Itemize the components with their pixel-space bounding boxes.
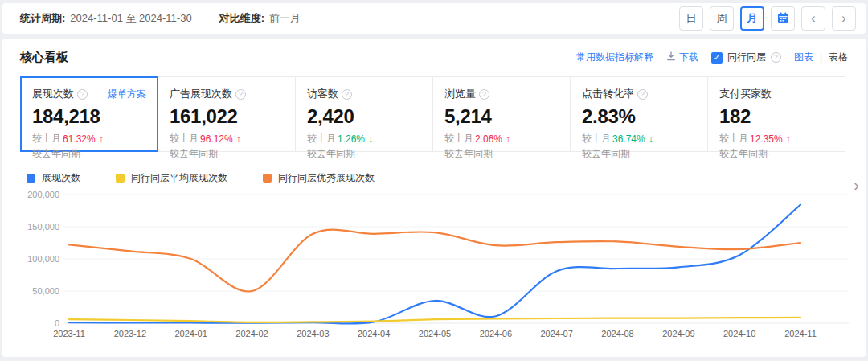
metric-card-paying-buyers[interactable]: 支付买家数 ? 182 较上月12.35%↑ 较去年同期- bbox=[707, 76, 845, 152]
chevron-right-icon: › bbox=[841, 12, 845, 25]
metric-value: 184,218 bbox=[32, 105, 146, 128]
metric-value: 5,214 bbox=[444, 105, 559, 128]
mom-value: 2.06% bbox=[475, 133, 502, 145]
mom-label: 较上月 bbox=[307, 132, 336, 146]
metric-card-click-conversion[interactable]: 点击转化率 ? 2.83% 较上月36.74%↓ 较去年同期- bbox=[570, 76, 708, 152]
metric-title: 支付买家数 bbox=[719, 87, 772, 101]
peer-layer-info-icon[interactable]: ? bbox=[771, 52, 781, 63]
yoy-text: 较去年同期- bbox=[444, 147, 559, 161]
svg-text:2024-10: 2024-10 bbox=[723, 329, 755, 338]
metric-card-impressions[interactable]: 展现次数 ? 爆单方案 184,218 较上月61.32%↑ 较去年同期- bbox=[20, 76, 158, 152]
metric-info-icon[interactable]: ? bbox=[479, 89, 489, 100]
metric-info-icon[interactable]: ? bbox=[342, 89, 352, 100]
compare-dimension-value: 前一月 bbox=[269, 11, 301, 26]
svg-text:2024-05: 2024-05 bbox=[419, 329, 451, 338]
mom-label: 较上月 bbox=[170, 132, 199, 146]
metric-cards-row: 展现次数 ? 爆单方案 184,218 较上月61.32%↑ 较去年同期- 广告… bbox=[20, 76, 848, 152]
mom-label: 较上月 bbox=[444, 132, 473, 146]
legend-label: 展现次数 bbox=[42, 171, 80, 185]
yoy-text: 较去年同期- bbox=[307, 147, 421, 161]
metric-info-icon[interactable]: ? bbox=[77, 89, 88, 100]
trend-arrow-icon: ↓ bbox=[368, 133, 373, 145]
prev-period-button[interactable]: ‹ bbox=[801, 6, 825, 31]
trend-arrow-icon: ↑ bbox=[506, 133, 510, 145]
date-picker-button[interactable] bbox=[771, 6, 795, 31]
mom-label: 较上月 bbox=[582, 132, 611, 146]
calendar-icon bbox=[777, 12, 789, 26]
yoy-text: 较去年同期- bbox=[582, 147, 696, 161]
trend-chart: 050,000100,000150,000200,0002023-112023-… bbox=[23, 187, 854, 341]
mom-value: 36.74% bbox=[612, 133, 645, 145]
svg-text:2024-04: 2024-04 bbox=[358, 329, 390, 338]
cards-next-arrow[interactable]: › bbox=[854, 177, 859, 193]
chevron-left-icon: ‹ bbox=[811, 12, 815, 25]
mom-value: 61.32% bbox=[63, 133, 96, 145]
stat-period-label: 统计周期: bbox=[20, 11, 65, 26]
yoy-text: 较去年同期- bbox=[719, 147, 833, 161]
svg-text:50,000: 50,000 bbox=[32, 286, 59, 296]
trend-arrow-icon: ↑ bbox=[786, 133, 791, 145]
svg-text:2024-07: 2024-07 bbox=[540, 329, 572, 338]
metric-explain-link[interactable]: 常用数据指标解释 bbox=[576, 51, 653, 64]
metric-info-icon[interactable]: ? bbox=[235, 89, 246, 100]
yoy-text: 较去年同期- bbox=[170, 147, 284, 161]
legend-label: 同行同层优秀展现次数 bbox=[278, 171, 375, 185]
panel-tools: 常用数据指标解释 下载 ✓ 同行同层 ? 图表 | 表格 bbox=[576, 51, 848, 64]
legend-item-peer-excellent[interactable]: 同行同层优秀展现次数 bbox=[263, 171, 375, 185]
granularity-controls: 日 周 月 ‹ › bbox=[679, 6, 856, 31]
metric-card-visitors[interactable]: 访客数 ? 2,420 较上月1.26%↓ 较去年同期- bbox=[295, 76, 433, 152]
legend-swatch-blue bbox=[27, 174, 35, 183]
legend-item-peer-average[interactable]: 同行同层平均展现次数 bbox=[116, 171, 227, 185]
mom-value: 12.35% bbox=[750, 133, 783, 145]
checkbox-checked-icon: ✓ bbox=[711, 52, 723, 64]
trend-arrow-icon: ↓ bbox=[649, 133, 653, 145]
metric-value: 182 bbox=[719, 105, 833, 128]
compare-dimension-label: 对比维度: bbox=[219, 11, 264, 26]
svg-text:2024-08: 2024-08 bbox=[601, 329, 633, 338]
svg-text:2024-09: 2024-09 bbox=[662, 329, 694, 338]
download-icon bbox=[666, 51, 676, 64]
compare-dimension: 对比维度: 前一月 bbox=[219, 11, 301, 26]
granularity-day-button[interactable]: 日 bbox=[679, 6, 703, 31]
metric-title: 点击转化率 bbox=[582, 87, 634, 101]
trend-arrow-icon: ↑ bbox=[236, 133, 241, 145]
metric-title: 展现次数 bbox=[32, 87, 74, 101]
download-label: 下载 bbox=[679, 51, 698, 64]
mom-label: 较上月 bbox=[32, 132, 61, 146]
legend-swatch-yellow bbox=[116, 174, 125, 183]
metric-title: 访客数 bbox=[307, 87, 338, 101]
svg-text:2024-06: 2024-06 bbox=[480, 329, 512, 338]
download-button[interactable]: 下载 bbox=[666, 51, 698, 64]
svg-text:0: 0 bbox=[55, 318, 59, 328]
page-title: 核心看板 bbox=[20, 50, 68, 65]
mom-value: 1.26% bbox=[338, 133, 365, 145]
metric-value: 2.83% bbox=[582, 105, 696, 128]
next-period-button[interactable]: › bbox=[832, 6, 856, 31]
trend-arrow-icon: ↑ bbox=[99, 133, 104, 145]
metric-title: 浏览量 bbox=[444, 87, 476, 101]
peer-layer-checkbox[interactable]: ✓ 同行同层 ? bbox=[711, 51, 781, 64]
stat-period: 统计周期: 2024-11-01 至 2024-11-30 bbox=[20, 11, 192, 26]
table-view-tab[interactable]: 表格 bbox=[829, 51, 848, 64]
svg-text:2024-11: 2024-11 bbox=[784, 329, 817, 338]
chart-legend: 展现次数 同行同层平均展现次数 同行同层优秀展现次数 bbox=[27, 171, 848, 185]
mom-value: 96.12% bbox=[200, 133, 233, 145]
chart-view-tab[interactable]: 图表 bbox=[794, 51, 813, 64]
svg-text:2024-03: 2024-03 bbox=[297, 329, 329, 338]
hot-sale-plan-link[interactable]: 爆单方案 bbox=[108, 88, 146, 101]
view-divider: | bbox=[820, 52, 822, 64]
core-dashboard-panel: 核心看板 常用数据指标解释 下载 ✓ 同行同层 ? 图表 | 表格 bbox=[2, 39, 866, 357]
legend-label: 同行同层平均展现次数 bbox=[131, 171, 227, 185]
metric-value: 161,022 bbox=[170, 105, 284, 128]
view-toggle: 图表 | 表格 bbox=[794, 51, 848, 64]
metric-card-pageviews[interactable]: 浏览量 ? 5,214 较上月2.06%↑ 较去年同期- bbox=[432, 76, 571, 152]
granularity-month-button[interactable]: 月 bbox=[740, 6, 764, 31]
metric-card-ad-impressions[interactable]: 广告展现次数 ? 161,022 较上月96.12%↑ 较去年同期- bbox=[158, 76, 296, 152]
metric-info-icon[interactable]: ? bbox=[637, 89, 648, 100]
yoy-text: 较去年同期- bbox=[32, 147, 146, 161]
trend-chart-area: 050,000100,000150,000200,0002023-112023-… bbox=[23, 187, 848, 344]
mom-label: 较上月 bbox=[719, 132, 748, 146]
granularity-week-button[interactable]: 周 bbox=[710, 6, 734, 31]
svg-text:2023-11: 2023-11 bbox=[53, 329, 85, 338]
legend-item-impressions[interactable]: 展现次数 bbox=[27, 171, 80, 185]
